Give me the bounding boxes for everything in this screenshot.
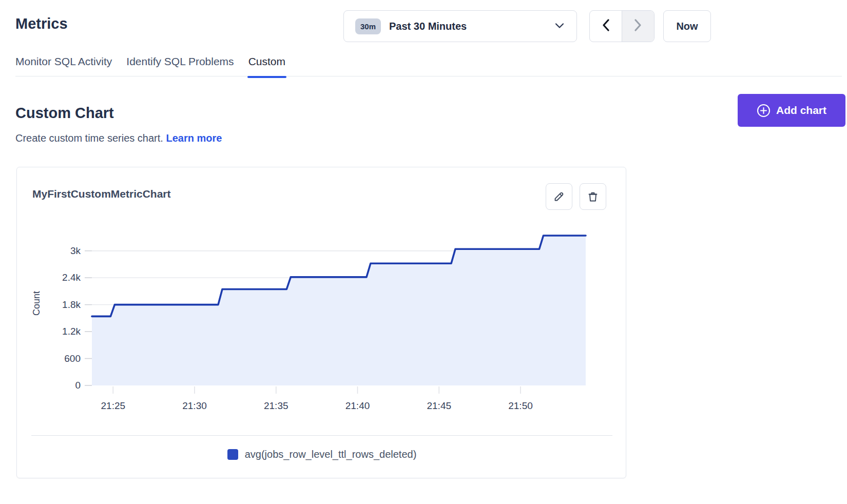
tab-custom[interactable]: Custom bbox=[248, 55, 285, 68]
time-series-chart: 06001.2k1.8k2.4k3k21:2521:3021:3521:4021… bbox=[17, 167, 627, 434]
chart-legend: avg(jobs_row_level_ttl_rows_deleted) bbox=[17, 449, 627, 460]
learn-more-link[interactable]: Learn more bbox=[166, 132, 222, 144]
card-divider bbox=[31, 435, 612, 436]
legend-swatch bbox=[227, 449, 238, 460]
time-range-label: Past 30 Minutes bbox=[389, 21, 555, 32]
subtitle-text: Create custom time series chart. bbox=[15, 132, 163, 144]
x-tick-label: 21:30 bbox=[182, 400, 207, 411]
add-chart-label: Add chart bbox=[776, 104, 826, 117]
y-tick-label: 600 bbox=[64, 353, 81, 364]
section-title: Custom Chart bbox=[15, 105, 114, 122]
now-button[interactable]: Now bbox=[663, 10, 711, 42]
chevron-right-icon bbox=[634, 19, 642, 33]
x-tick-label: 21:40 bbox=[345, 400, 370, 411]
y-tick-label: 1.2k bbox=[62, 326, 81, 337]
section-subtitle: Create custom time series chart. Learn m… bbox=[15, 132, 222, 144]
chevron-left-icon bbox=[602, 19, 610, 33]
y-axis-label: Count bbox=[31, 291, 42, 316]
page-title: Metrics bbox=[15, 15, 68, 32]
series-area-fill bbox=[92, 236, 586, 385]
legend-series-label: avg(jobs_row_level_ttl_rows_deleted) bbox=[245, 449, 417, 460]
x-tick-label: 21:50 bbox=[508, 400, 533, 411]
chevron-down-icon bbox=[555, 22, 564, 31]
y-tick-label: 1.8k bbox=[62, 299, 81, 310]
x-tick-label: 21:45 bbox=[427, 400, 451, 411]
time-step-nav bbox=[589, 10, 654, 42]
next-interval-button-disabled[interactable] bbox=[622, 11, 654, 42]
custom-chart-card: MyFirstCustomMetricChart 06001.2k1.8k2.4… bbox=[16, 167, 626, 478]
previous-interval-button[interactable] bbox=[590, 11, 622, 42]
x-tick-label: 21:25 bbox=[101, 400, 126, 411]
tab-custom-label: Custom bbox=[248, 55, 285, 67]
y-tick-label: 0 bbox=[75, 380, 81, 391]
add-chart-button[interactable]: Add chart bbox=[738, 94, 845, 127]
y-tick-label: 3k bbox=[70, 245, 81, 256]
active-tab-underline bbox=[247, 76, 286, 78]
time-range-dropdown[interactable]: 30m Past 30 Minutes bbox=[343, 10, 577, 42]
time-range-badge: 30m bbox=[355, 18, 381, 34]
tab-monitor-sql-activity[interactable]: Monitor SQL Activity bbox=[15, 55, 112, 68]
y-tick-label: 2.4k bbox=[62, 272, 81, 283]
tab-bar: Monitor SQL Activity Identify SQL Proble… bbox=[15, 55, 842, 76]
plus-circle-icon bbox=[757, 104, 771, 118]
x-tick-label: 21:35 bbox=[264, 400, 288, 411]
tab-identify-sql-problems[interactable]: Identify SQL Problems bbox=[126, 55, 234, 68]
